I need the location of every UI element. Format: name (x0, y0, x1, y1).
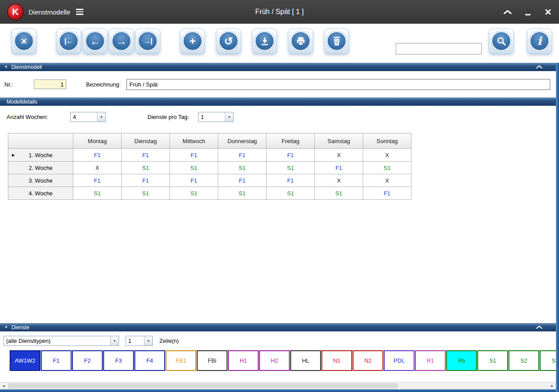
shift-cell[interactable]: S1 (170, 187, 218, 200)
save-button[interactable] (252, 29, 277, 54)
shift-cell[interactable]: F1 (267, 149, 315, 162)
next-record-button[interactable]: → (109, 29, 134, 54)
toolbar-group (288, 29, 313, 54)
chevron-down-icon[interactable]: ▼ (110, 336, 119, 345)
chevron-down-icon[interactable]: ▼ (225, 112, 233, 122)
shift-cell[interactable]: F1 (363, 187, 411, 200)
collapse-dienste-button[interactable] (536, 326, 542, 329)
column-header[interactable]: Montag (73, 133, 122, 149)
horizontal-scrollbar[interactable]: ◄ ► (0, 382, 556, 389)
shift-cell[interactable]: S1 (315, 187, 363, 200)
dienst-button-n1[interactable]: N1 (321, 350, 352, 371)
scrollbar-track[interactable] (7, 382, 548, 389)
column-header[interactable]: Samstag (315, 133, 363, 149)
model-table-header-row: MontagDienstagMittwochDonnerstagFreitagS… (8, 133, 411, 149)
scroll-left-arrow[interactable]: ◄ (0, 382, 7, 389)
bezeichnung-input[interactable] (126, 79, 550, 90)
toolbar: ×|←←→→|+↺ i (0, 24, 559, 63)
shift-cell[interactable]: F1 (170, 174, 218, 187)
dienst-button-h2[interactable]: H2 (259, 350, 290, 371)
shift-cell[interactable]: X (363, 174, 411, 187)
info-button[interactable]: i (527, 29, 552, 54)
shift-cell[interactable]: F1 (218, 174, 267, 187)
shift-cell[interactable]: F1 (170, 149, 218, 162)
last-record-button[interactable]: →| (135, 29, 160, 54)
chevron-down-icon[interactable]: ▼ (97, 112, 105, 122)
shift-cell[interactable]: F1 (218, 149, 267, 162)
shift-cell[interactable]: X (73, 162, 122, 174)
dienst-button-f3[interactable]: F3 (103, 350, 134, 371)
scroll-right-arrow[interactable]: ► (548, 382, 556, 389)
dienste-pro-tag-select[interactable]: 1 ▼ (198, 112, 234, 122)
dienst-button-rb[interactable]: Rb (446, 350, 477, 371)
dienst-button-aw1w2[interactable]: AW1W2 (10, 350, 40, 371)
column-header[interactable]: Donnerstag (218, 133, 267, 149)
shift-cell[interactable]: X (315, 174, 363, 187)
shift-cell[interactable]: F1 (267, 174, 315, 187)
cancel-button[interactable]: × (11, 29, 36, 54)
dienst-button-fb1[interactable]: FB1 (166, 350, 196, 371)
shift-cell[interactable]: F1 (73, 149, 122, 162)
minimize-button[interactable] (524, 6, 532, 18)
search-button[interactable] (489, 29, 514, 54)
dienst-button-fbi[interactable]: FBi (197, 350, 227, 371)
undo-button[interactable]: ↺ (216, 29, 241, 54)
dienste-filter-row: (alle Diensttypen) ▼ 1 ▼ Zeile(n) (0, 331, 559, 350)
shift-cell[interactable]: S1 (73, 187, 122, 200)
shift-cell[interactable]: S1 (122, 187, 170, 200)
week-label-cell[interactable]: 3. Woche (8, 174, 73, 187)
shift-cell[interactable]: S1 (170, 162, 218, 174)
print-button[interactable] (288, 29, 313, 54)
table-row: 3. WocheF1F1F1F1F1XX (8, 174, 411, 187)
scrollbar-thumb[interactable] (8, 383, 398, 388)
shift-cell[interactable]: X (315, 149, 363, 162)
plus-icon: + (183, 31, 202, 51)
column-header[interactable] (8, 133, 73, 149)
shift-cell[interactable]: F1 (122, 149, 170, 162)
dienst-button-s2[interactable]: S2 (509, 350, 539, 371)
shift-cell[interactable]: S1 (267, 187, 315, 200)
add-button[interactable]: + (180, 29, 205, 54)
week-label-cell[interactable]: 4. Woche (8, 187, 73, 200)
shift-cell[interactable]: X (363, 149, 411, 162)
previous-record-button[interactable]: ← (83, 29, 108, 54)
section-header-dienste[interactable]: ▼ Dienste (0, 323, 559, 331)
anzahl-wochen-select[interactable]: 4 ▼ (70, 112, 106, 122)
app-name: Dienstmodelle (29, 8, 70, 16)
zeilen-select[interactable]: 1 ▼ (126, 336, 153, 346)
collapse-window-button[interactable] (504, 6, 512, 18)
nr-input[interactable] (34, 79, 66, 89)
chevron-down-icon[interactable]: ▼ (144, 336, 152, 345)
dienst-button-pdl[interactable]: PDL (384, 350, 415, 371)
column-header[interactable]: Sonntag (363, 133, 411, 149)
dienst-button-f1[interactable]: F1 (41, 350, 72, 371)
close-button[interactable]: × (544, 6, 552, 18)
shift-cell[interactable]: F1 (315, 162, 363, 174)
dienst-button-f2[interactable]: F2 (72, 350, 103, 371)
dienst-button-h1[interactable]: H1 (228, 350, 259, 371)
shift-cell[interactable]: S1 (363, 162, 411, 174)
column-header[interactable]: Mittwoch (170, 133, 218, 149)
shift-cell[interactable]: S1 (218, 162, 267, 174)
dienst-button-r1[interactable]: R1 (415, 350, 446, 371)
dienst-button-s1[interactable]: S1 (477, 350, 508, 371)
delete-button[interactable] (324, 29, 349, 54)
shift-cell[interactable]: S1 (122, 162, 170, 174)
section-header-dienstmodell[interactable]: ▼ Dienstmodell (0, 63, 559, 71)
column-header[interactable]: Dienstag (122, 133, 170, 149)
shift-cell[interactable]: S1 (218, 187, 267, 200)
week-label-cell[interactable]: ▶1. Woche (8, 149, 73, 162)
shift-cell[interactable]: F1 (73, 174, 122, 187)
dienst-button-hl[interactable]: HL (290, 350, 321, 371)
dienst-button-f4[interactable]: F4 (134, 350, 165, 371)
dienst-button-n2[interactable]: N2 (353, 350, 383, 371)
menu-icon[interactable] (75, 7, 84, 17)
week-label-cell[interactable]: 2. Woche (8, 162, 73, 174)
first-record-button[interactable]: |← (56, 29, 81, 54)
shift-cell[interactable]: F1 (122, 174, 170, 187)
shift-cell[interactable]: S1 (267, 162, 315, 174)
diensttyp-filter-select[interactable]: (alle Diensttypen) ▼ (4, 336, 119, 346)
column-header[interactable]: Freitag (267, 133, 315, 149)
collapse-dienstmodell-button[interactable] (536, 65, 542, 68)
search-input[interactable] (396, 43, 482, 54)
